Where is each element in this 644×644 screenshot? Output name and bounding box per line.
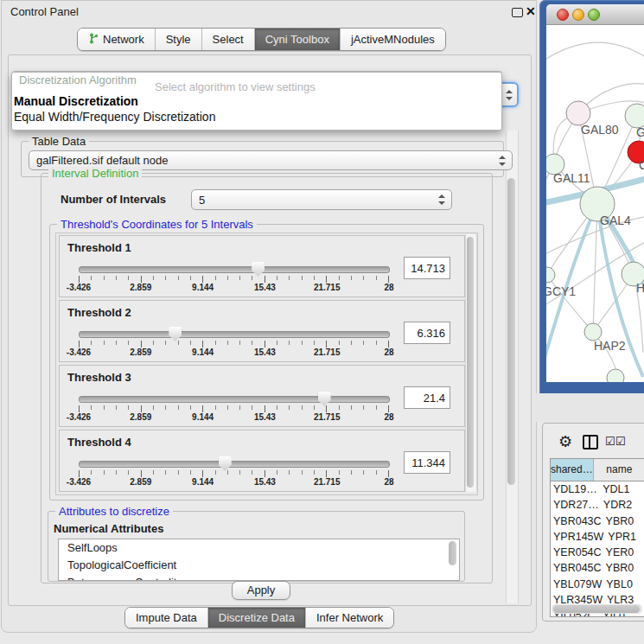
table-panel-bar: Table Panel bbox=[536, 393, 644, 422]
table-horizontal-scrollbar[interactable] bbox=[552, 604, 642, 614]
threshold-row: Threshold 4 -3.426 2.859 9.144 15.43 21.… bbox=[59, 430, 465, 492]
node-label: HAP2 bbox=[594, 339, 626, 353]
network-canvas[interactable]: GAL80 GA C GAL11 GAL4 GCY1 H HAP2 bbox=[546, 24, 644, 382]
node-label: GAL80 bbox=[581, 123, 619, 137]
thresholds-scrollbar-thumb[interactable] bbox=[467, 237, 474, 488]
float-window-icon[interactable] bbox=[512, 8, 523, 17]
slider-track[interactable] bbox=[79, 396, 390, 403]
content-vertical-scrollbar[interactable] bbox=[506, 131, 519, 603]
attributes-title: Attributes to discretize bbox=[55, 505, 173, 518]
list-item[interactable]: SelfLoops bbox=[59, 539, 459, 557]
threshold-value-field[interactable]: 6.316 bbox=[404, 322, 450, 344]
numerical-attributes-list[interactable]: SelfLoops TopologicalCoefficient Between… bbox=[58, 539, 460, 581]
table-header-row: shared… name bbox=[551, 459, 644, 481]
node-attribute-table[interactable]: shared… name YDL19…YDL1 YDR27…YDR2 YBR04… bbox=[550, 458, 644, 617]
attributes-scrollbar-thumb[interactable] bbox=[449, 541, 456, 565]
network-window-titlebar bbox=[546, 4, 644, 25]
tab-network[interactable]: Network bbox=[78, 29, 156, 50]
network-node[interactable] bbox=[546, 267, 555, 283]
tick-label: -3.426 bbox=[67, 348, 91, 357]
threshold-slider[interactable]: -3.426 2.859 9.144 15.43 21.715 28 bbox=[79, 327, 389, 360]
cyni-mode-tabs: Impute Data Discretize Data Infer Networ… bbox=[124, 607, 394, 628]
combo-stepper-icon bbox=[505, 90, 513, 100]
threshold-label: Threshold 3 bbox=[67, 371, 131, 384]
mac-minimize-icon[interactable] bbox=[572, 9, 584, 21]
apply-button[interactable]: Apply bbox=[232, 581, 290, 600]
tick-label: 15.43 bbox=[254, 283, 276, 292]
mac-close-icon[interactable] bbox=[557, 9, 569, 21]
threshold-value-field[interactable]: 14.713 bbox=[404, 257, 450, 279]
threshold-slider[interactable]: -3.426 2.859 9.144 15.43 21.715 28 bbox=[79, 456, 389, 489]
table-scrollbar-thumb[interactable] bbox=[553, 605, 640, 613]
table-row[interactable]: YPR145WYPR1 bbox=[551, 529, 644, 545]
table-row[interactable]: YBR045CYBR0 bbox=[551, 560, 644, 576]
threshold-label: Threshold 1 bbox=[67, 241, 131, 254]
gear-icon[interactable]: ⚙ bbox=[558, 434, 572, 450]
slider-thumb[interactable] bbox=[169, 327, 182, 341]
numerical-attributes-label: Numerical Attributes bbox=[54, 522, 163, 535]
thresholds-scrollbar[interactable] bbox=[465, 234, 477, 492]
checkbox-checked-icon[interactable]: ☑ bbox=[615, 436, 626, 447]
network-node[interactable] bbox=[625, 104, 644, 128]
threshold-slider[interactable]: -3.426 2.859 9.144 15.43 21.715 28 bbox=[79, 262, 389, 295]
close-icon[interactable]: ✕ bbox=[526, 4, 536, 18]
slider-thumb[interactable] bbox=[252, 262, 265, 277]
attributes-group: Attributes to discretize Numerical Attri… bbox=[48, 511, 465, 582]
table-row[interactable]: YBL079WYBL0 bbox=[551, 577, 644, 592]
table-row[interactable]: YER054CYER0 bbox=[551, 545, 644, 560]
table-row[interactable]: YBR043CYBR0 bbox=[551, 513, 644, 529]
threshold-row: Threshold 1 -3.426 2.859 9.144 15.43 21.… bbox=[59, 235, 465, 297]
num-intervals-label: Number of Intervals bbox=[61, 193, 166, 206]
tab-impute-data[interactable]: Impute Data bbox=[125, 608, 208, 628]
threshold-value-field[interactable]: 21.4 bbox=[404, 386, 450, 409]
tick-label: 2.859 bbox=[130, 412, 151, 422]
list-item[interactable]: BetweennessCentrality bbox=[59, 574, 459, 581]
tab-select[interactable]: Select bbox=[202, 29, 255, 50]
tick-label: 2.859 bbox=[130, 477, 151, 487]
table-row[interactable]: YDR27…YDR2 bbox=[551, 497, 644, 513]
menu-item-equal-width-frequency[interactable]: Equal Width/Frequency Discretization bbox=[14, 110, 215, 124]
node-label: GAL11 bbox=[553, 171, 590, 185]
tab-style[interactable]: Style bbox=[156, 29, 202, 50]
table-row[interactable]: YDL19…YDL1 bbox=[551, 481, 644, 497]
slider-track[interactable] bbox=[79, 461, 390, 468]
slider-track[interactable] bbox=[79, 266, 390, 273]
network-node[interactable] bbox=[584, 323, 602, 341]
network-node[interactable] bbox=[566, 101, 590, 125]
tick-label: 15.43 bbox=[254, 477, 276, 487]
column-header-shared-name[interactable]: shared… bbox=[551, 459, 594, 481]
threshold-value-field[interactable]: 11.344 bbox=[404, 451, 450, 474]
tick-label: 28 bbox=[384, 283, 393, 292]
control-panel-tabs: Network Style Select Cyni Toolbox jActiv… bbox=[77, 28, 446, 51]
column-header-name[interactable]: name bbox=[594, 459, 644, 481]
list-item[interactable]: TopologicalCoefficient bbox=[59, 557, 459, 574]
mac-zoom-icon[interactable] bbox=[588, 9, 600, 21]
slider-thumb[interactable] bbox=[318, 392, 331, 406]
tick-label: -3.426 bbox=[67, 412, 91, 422]
slider-thumb[interactable] bbox=[219, 456, 232, 471]
tick-label: -3.426 bbox=[67, 477, 91, 487]
control-panel-titlebar: Control Panel ✕ bbox=[2, 1, 536, 22]
tab-infer-network[interactable]: Infer Network bbox=[306, 608, 393, 628]
threshold-label: Threshold 2 bbox=[67, 306, 131, 319]
tick-label: 2.859 bbox=[130, 348, 151, 357]
network-tree-icon bbox=[88, 33, 99, 47]
panel-title: Control Panel bbox=[10, 5, 79, 18]
combo-stepper-icon bbox=[498, 156, 506, 166]
num-intervals-combobox[interactable]: 5 bbox=[191, 189, 452, 210]
tab-discretize-data[interactable]: Discretize Data bbox=[208, 608, 306, 628]
tab-cyni-toolbox[interactable]: Cyni Toolbox bbox=[255, 29, 341, 50]
tick-label: 21.715 bbox=[314, 283, 341, 292]
checkbox-checked-icon[interactable]: ☑ bbox=[605, 436, 615, 447]
tick-label: 28 bbox=[384, 477, 393, 487]
content-scrollbar-thumb[interactable] bbox=[507, 178, 515, 485]
algorithm-placeholder: Select algorithm to view settings bbox=[155, 80, 316, 93]
menu-item-manual-discretization[interactable]: Manual Discretization bbox=[14, 94, 138, 108]
split-view-icon[interactable] bbox=[583, 435, 598, 450]
node-label: GAL4 bbox=[600, 214, 631, 227]
network-node[interactable] bbox=[607, 369, 624, 382]
tick-label: 9.144 bbox=[192, 348, 214, 357]
tab-jactivemnodules[interactable]: jActiveMNodules bbox=[341, 29, 445, 50]
slider-track[interactable] bbox=[79, 331, 390, 338]
threshold-slider[interactable]: -3.426 2.859 9.144 15.43 21.715 28 bbox=[79, 392, 389, 424]
